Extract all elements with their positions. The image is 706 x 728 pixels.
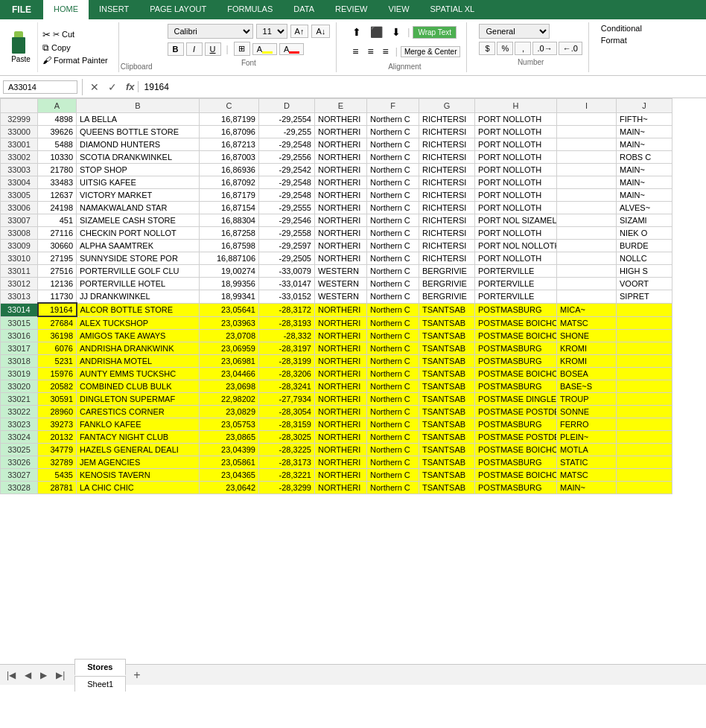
cell-33017-C[interactable]: 23,06959 [200,342,259,355]
cell-33006-A[interactable]: 24198 [38,202,77,214]
cell-33018-B[interactable]: ANDRISHA MOTEL [77,355,200,368]
cell-33019-F[interactable]: Northern C [367,368,419,380]
cell-33022-F[interactable]: Northern C [367,406,419,418]
cell-33002-A[interactable]: 10330 [38,151,77,164]
cell-33023-E[interactable]: NORTHERI [315,418,367,431]
cell-33011-E[interactable]: WESTERN [315,265,367,278]
cell-33008-F[interactable]: Northern C [367,227,419,240]
cell-33005-D[interactable]: -29,2548 [259,189,315,202]
cell-33014-E[interactable]: NORTHERI [315,303,367,316]
cell-33007-G[interactable]: RICHTERSI [419,214,475,227]
italic-button[interactable]: I [186,42,203,56]
cell-32999-H[interactable]: PORT NOLLOTH [475,113,557,126]
cell-33013-J[interactable]: SIPRET [617,290,672,304]
row-header-33025[interactable]: 33025 [1,444,38,456]
cell-33009-I[interactable] [557,240,617,252]
cell-33015-F[interactable]: Northern C [367,316,419,330]
tab-nav-prev[interactable]: ◀ [21,668,35,682]
cell-33010-E[interactable]: NORTHERI [315,252,367,265]
cell-33021-C[interactable]: 22,98202 [200,393,259,406]
cell-33013-H[interactable]: PORTERVILLE [475,290,557,304]
cell-33022-B[interactable]: CARESTICS CORNER [77,406,200,418]
cell-33004-C[interactable]: 16,87092 [200,176,259,189]
cell-33019-B[interactable]: AUNTY EMMS TUCKSHC [77,368,200,380]
cell-33024-C[interactable]: 23,0865 [200,431,259,444]
cell-33024-F[interactable]: Northern C [367,431,419,444]
cell-33003-I[interactable] [557,164,617,176]
cell-33026-D[interactable]: -28,3173 [259,456,315,469]
cell-33004-E[interactable]: NORTHERI [315,176,367,189]
cell-33007-J[interactable]: SIZAMI [617,214,672,227]
col-header-I[interactable]: I [557,99,617,113]
cell-33012-J[interactable]: VOORT [617,278,672,290]
cell-33021-H[interactable]: POSTMASE DINGLETO [475,393,557,406]
cell-33004-D[interactable]: -29,2548 [259,176,315,189]
cell-33019-J[interactable] [617,368,672,380]
cell-33021-G[interactable]: TSANTSAB [419,393,475,406]
cell-33004-F[interactable]: Northern C [367,176,419,189]
cell-33018-I[interactable]: KROMI [557,355,617,368]
row-header-33024[interactable]: 33024 [1,431,38,444]
cell-33013-I[interactable] [557,290,617,304]
cell-33013-G[interactable]: BERGRIVIE [419,290,475,304]
merge-center-button[interactable]: Merge & Center [401,46,461,57]
file-tab[interactable]: FILE [0,0,43,19]
cell-33028-J[interactable] [617,482,672,494]
cell-33001-A[interactable]: 5488 [38,138,77,151]
cell-33013-F[interactable]: Northern C [367,290,419,304]
cell-33013-B[interactable]: JJ DRANKWINKEL [77,290,200,304]
cell-33020-D[interactable]: -28,3241 [259,380,315,393]
cell-33012-F[interactable]: Northern C [367,278,419,290]
cell-33011-H[interactable]: PORTERVILLE [475,265,557,278]
ribbon-tab-home[interactable]: HOME [43,0,89,19]
tab-nav-first[interactable]: |◀ [3,668,19,682]
cell-33027-F[interactable]: Northern C [367,469,419,482]
cell-33010-J[interactable]: NOLLC [617,252,672,265]
cell-33027-D[interactable]: -28,3221 [259,469,315,482]
cell-33005-I[interactable] [557,189,617,202]
col-header-H[interactable]: H [475,99,557,113]
cell-33014-D[interactable]: -28,3172 [259,303,315,316]
cell-33012-D[interactable]: -33,0147 [259,278,315,290]
cell-33002-H[interactable]: PORT NOLLOTH [475,151,557,164]
cell-33023-A[interactable]: 39273 [38,418,77,431]
cell-33026-H[interactable]: POSTMASBURG [475,456,557,469]
comma-button[interactable]: , [515,42,531,55]
cell-33002-F[interactable]: Northern C [367,151,419,164]
cell-33021-E[interactable]: NORTHERI [315,393,367,406]
cell-33011-F[interactable]: Northern C [367,265,419,278]
cell-33001-G[interactable]: RICHTERSI [419,138,475,151]
row-header-33016[interactable]: 33016 [1,330,38,342]
cell-33022-D[interactable]: -28,3054 [259,406,315,418]
row-header-33022[interactable]: 33022 [1,406,38,418]
cell-33019-E[interactable]: NORTHERI [315,368,367,380]
format-button[interactable]: Format [601,36,642,45]
cell-33017-J[interactable] [617,342,672,355]
cell-33010-B[interactable]: SUNNYSIDE STORE POR [77,252,200,265]
col-header-D[interactable]: D [259,99,315,113]
cell-33026-J[interactable] [617,456,672,469]
cell-33021-J[interactable] [617,393,672,406]
cell-33009-E[interactable]: NORTHERI [315,240,367,252]
cell-33010-G[interactable]: RICHTERSI [419,252,475,265]
border-button[interactable]: ⊞ [234,42,250,56]
cell-33002-I[interactable] [557,151,617,164]
cell-33005-A[interactable]: 12637 [38,189,77,202]
cell-33015-I[interactable]: MATSC [557,316,617,330]
ribbon-tab-view[interactable]: VIEW [378,0,419,19]
cell-33008-J[interactable]: NIEK O [617,227,672,240]
cell-33014-F[interactable]: Northern C [367,303,419,316]
cell-33016-I[interactable]: SHONE [557,330,617,342]
decrease-decimal-button[interactable]: ←.0 [559,42,582,55]
cell-33016-F[interactable]: Northern C [367,330,419,342]
col-header-E[interactable]: E [315,99,367,113]
cell-33001-D[interactable]: -29,2548 [259,138,315,151]
cell-33020-A[interactable]: 20582 [38,380,77,393]
cell-33023-J[interactable] [617,418,672,431]
row-header-33023[interactable]: 33023 [1,418,38,431]
row-header-33004[interactable]: 33004 [1,176,38,189]
add-sheet-button[interactable]: + [127,665,146,685]
cell-33005-C[interactable]: 16,87179 [200,189,259,202]
cell-33006-B[interactable]: NAMAKWALAND STAR [77,202,200,214]
cell-33023-C[interactable]: 23,05753 [200,418,259,431]
